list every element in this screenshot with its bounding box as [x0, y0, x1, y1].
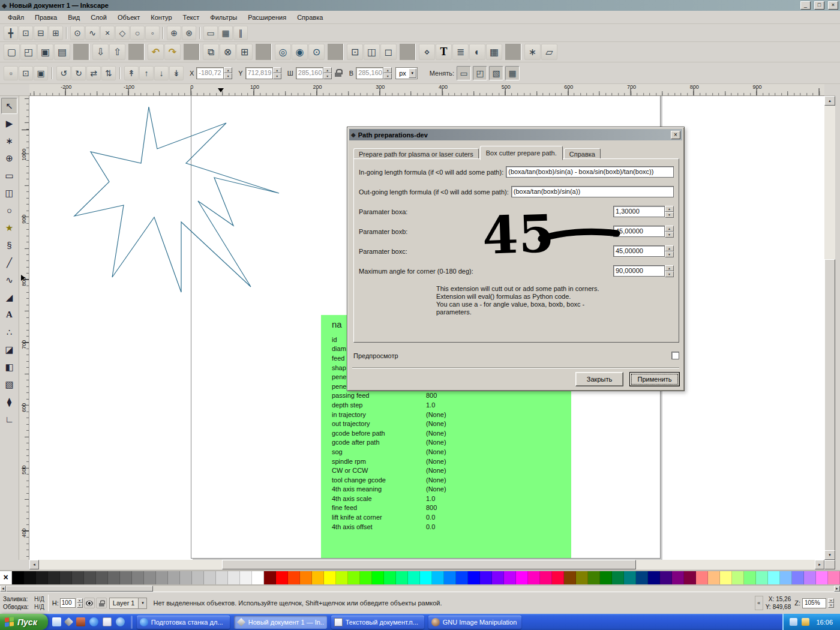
minimize-button[interactable]: _	[800, 1, 811, 10]
chevron-down-icon[interactable]: ▾	[409, 68, 416, 78]
spinner-buttons[interactable]: ▲▼	[665, 265, 674, 277]
redo-icon[interactable]: ↷	[164, 44, 181, 60]
palette-swatch[interactable]	[348, 571, 360, 584]
deselect-icon[interactable]: ▣	[34, 66, 48, 80]
palette-swatch[interactable]	[456, 571, 468, 584]
tool-tweak[interactable]: ∗	[1, 133, 17, 149]
chevron-down-icon[interactable]: ▾	[138, 598, 146, 608]
palette-swatch[interactable]	[180, 571, 192, 584]
quicklaunch-icon[interactable]	[64, 617, 73, 627]
palette-swatch[interactable]	[204, 571, 216, 584]
spinner-buttons[interactable]: ▲▼	[665, 206, 674, 217]
palette-swatch[interactable]	[276, 571, 288, 584]
duplicate-icon[interactable]: ⊡	[347, 44, 363, 60]
flip-horizontal-icon[interactable]: ⇄	[86, 66, 101, 80]
palette-swatch[interactable]	[432, 571, 444, 584]
rotate-ccw-icon[interactable]: ↺	[56, 66, 71, 80]
palette-swatch[interactable]	[168, 571, 180, 584]
scroll-down-icon[interactable]: ▾	[824, 550, 835, 560]
text-and-font-icon[interactable]: T	[436, 44, 452, 60]
save-document-icon[interactable]: ▣	[37, 44, 53, 60]
palette-swatch[interactable]	[708, 571, 720, 584]
menu-item[interactable]: Фильтры	[205, 12, 242, 23]
export-icon[interactable]: ⇧	[109, 44, 125, 60]
taskbar-task-inkscape[interactable]: Новый документ 1 — In...	[234, 616, 327, 629]
scale-stroke-toggle-icon[interactable]: ▭	[457, 66, 471, 80]
tool-text[interactable]: A	[1, 307, 17, 323]
snap-enable-icon[interactable]: ╋	[4, 26, 18, 40]
scale-corners-toggle-icon[interactable]: ◰	[473, 66, 487, 80]
new-document-icon[interactable]: ▢	[4, 44, 20, 60]
copy-icon[interactable]: ⧉	[203, 44, 219, 60]
palette-swatch[interactable]	[144, 571, 156, 584]
horizontal-ruler[interactable]: -200-1000100200300400500600700800900	[29, 84, 824, 96]
taskbar-task-text-document[interactable]: Текстовый документ.п...	[331, 616, 424, 629]
import-icon[interactable]: ⇩	[92, 44, 109, 60]
palette-swatch[interactable]	[528, 571, 540, 584]
tool-paint-bucket[interactable]: ◧	[1, 359, 17, 375]
dialog-close-button[interactable]: ×	[671, 131, 680, 139]
snap-intersections-icon[interactable]: ×	[100, 26, 115, 40]
raise-icon[interactable]: ↑	[139, 66, 154, 80]
vertical-scrollbar[interactable]: ▴ ▾	[824, 96, 835, 560]
zoom-spinner[interactable]: ▲▼	[828, 598, 834, 608]
snap-midpoints-icon[interactable]: ◦	[145, 26, 160, 40]
tool-eraser[interactable]: ◪	[1, 341, 17, 358]
scroll-right-icon[interactable]: ▸	[815, 560, 824, 569]
palette-swatch[interactable]	[480, 571, 492, 584]
snap-bbox-icon[interactable]: ⊡	[19, 26, 33, 40]
width-spinner[interactable]: ▲▼	[323, 67, 332, 79]
collapse-button[interactable]: «	[755, 596, 763, 610]
create-clone-icon[interactable]: ◫	[364, 44, 380, 60]
opacity-control[interactable]: Н: 100 ▲▼	[52, 598, 83, 608]
menu-item[interactable]: Объект	[112, 12, 145, 23]
open-document-icon[interactable]: ◰	[20, 44, 37, 60]
palette-swatch[interactable]	[660, 571, 672, 584]
palette-swatch[interactable]	[696, 571, 708, 584]
palette-swatch[interactable]	[60, 571, 72, 584]
quicklaunch-icon[interactable]	[116, 617, 125, 626]
menu-item[interactable]: Вид	[62, 12, 85, 23]
snap-bbox-edges-icon[interactable]: ⊟	[34, 26, 48, 40]
param-spinbox[interactable]: 45,00000 ▲▼	[613, 245, 674, 257]
tool-bezier-pen[interactable]: ∿	[1, 272, 17, 288]
preferences-icon[interactable]: ∗	[524, 44, 541, 60]
snap-page-border-icon[interactable]: ▭	[203, 26, 218, 40]
snap-guides-icon[interactable]: ∥	[233, 26, 248, 40]
palette-swatch[interactable]	[300, 571, 312, 584]
tool-pencil[interactable]: ╱	[1, 254, 17, 271]
palette-swatch[interactable]	[192, 571, 204, 584]
x-field[interactable]: -180,72▲▼	[196, 67, 232, 79]
select-all-icon[interactable]: ▫	[4, 66, 18, 80]
horizontal-scrollbar-thumb[interactable]	[222, 560, 636, 569]
palette-swatch[interactable]	[720, 571, 732, 584]
taskbar-task-browser[interactable]: Подготовка станка дл...	[137, 616, 230, 629]
opacity-spinner[interactable]: ▲▼	[77, 598, 83, 608]
tray-icon[interactable]	[802, 618, 809, 626]
palette-swatch[interactable]	[36, 571, 48, 584]
snap-nodes-icon[interactable]: ⊙	[70, 26, 85, 40]
y-spinner[interactable]: ▲▼	[273, 67, 281, 79]
zoom-selection-icon[interactable]: ◎	[275, 44, 291, 60]
out-going-formula-input[interactable]: (boxa/tan(boxb)/sin(a))	[511, 186, 674, 197]
palette-swatch[interactable]	[132, 571, 144, 584]
menu-item[interactable]: Контур	[145, 12, 177, 23]
maximize-button[interactable]: □	[814, 1, 824, 10]
dialog-titlebar[interactable]: ◆ Path preparations-dev ×	[349, 129, 682, 140]
palette-swatch[interactable]	[444, 571, 456, 584]
fill-stroke-indicator[interactable]: Заливка:Н/Д Обводка:Н/Д	[3, 596, 44, 610]
tool-node-editor[interactable]: ▶	[1, 115, 17, 131]
quicklaunch-icon[interactable]	[103, 617, 112, 626]
palette-swatch[interactable]	[648, 571, 660, 584]
in-going-formula-input[interactable]: (boxa/tan(boxb)/sin(a) - boxa/sin(boxb)/…	[506, 166, 674, 178]
lower-to-bottom-icon[interactable]: ↡	[169, 66, 184, 80]
palette-swatch[interactable]	[636, 571, 648, 584]
rotate-cw-icon[interactable]: ↻	[71, 66, 86, 80]
palette-scrollbar-thumb[interactable]	[6, 586, 153, 592]
palette-swatch[interactable]	[156, 571, 168, 584]
palette-swatch[interactable]	[96, 571, 108, 584]
raise-to-top-icon[interactable]: ↟	[124, 66, 139, 80]
x-spinner[interactable]: ▲▼	[224, 67, 232, 79]
zoom-drawing-icon[interactable]: ◉	[292, 44, 308, 60]
menu-item[interactable]: Правка	[29, 12, 62, 23]
